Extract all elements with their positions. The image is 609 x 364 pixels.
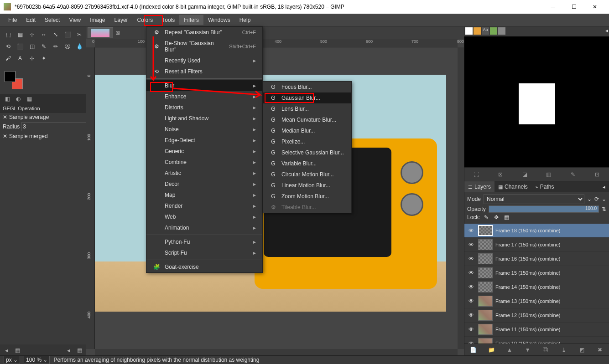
nav-action-2[interactable]: ⊠ bbox=[496, 170, 505, 179]
layer-row[interactable]: 👁Frame 17 (150ms) (combine) bbox=[464, 238, 609, 252]
visibility-icon[interactable]: 👁 bbox=[467, 298, 475, 304]
opt-icon-2[interactable]: ◐ bbox=[14, 95, 23, 103]
delete-layer-button[interactable]: ✖ bbox=[595, 345, 604, 354]
opacity-slider[interactable]: 100.0 bbox=[489, 205, 599, 213]
layer-row[interactable]: 👁Frame 12 (150ms) (combine) bbox=[464, 308, 609, 323]
mask-button[interactable]: ◩ bbox=[578, 345, 587, 354]
tool-star[interactable]: ✦ bbox=[38, 53, 49, 64]
close-button[interactable]: ✕ bbox=[584, 0, 605, 14]
swatch-green[interactable] bbox=[490, 27, 497, 35]
scrollbar-horizontal[interactable] bbox=[95, 349, 458, 355]
visibility-icon[interactable]: 👁 bbox=[467, 256, 475, 262]
menu-median-blur[interactable]: GMedian Blur... bbox=[263, 125, 351, 136]
menu-file[interactable]: File bbox=[4, 15, 21, 25]
menu-filters[interactable]: Filters bbox=[179, 15, 203, 25]
tool-move[interactable]: ↔ bbox=[38, 29, 49, 40]
menu-web[interactable]: Web▸ bbox=[146, 211, 262, 222]
menu-repeat[interactable]: ⚙Repeat "Gaussian Blur"Ctrl+F bbox=[146, 27, 262, 38]
menu-noise[interactable]: Noise▸ bbox=[146, 124, 262, 135]
close-x-icon[interactable]: ✕ bbox=[3, 114, 7, 120]
swatch-aa[interactable]: Aa bbox=[482, 27, 489, 35]
lower-layer-button[interactable]: ▼ bbox=[523, 345, 532, 354]
nav-preview-box[interactable] bbox=[474, 45, 600, 163]
scrollbar-vertical[interactable] bbox=[458, 47, 464, 349]
tool-rotate[interactable]: ⟲ bbox=[3, 41, 14, 52]
menu-render[interactable]: Render▸ bbox=[146, 200, 262, 211]
ruler-vertical[interactable]: 0100200300400 bbox=[86, 47, 95, 349]
layer-row[interactable]: 👁Frame 11 (150ms) (combine) bbox=[464, 323, 609, 337]
swatch-white[interactable] bbox=[465, 27, 473, 35]
color-swatch[interactable] bbox=[5, 71, 23, 89]
menu-reset[interactable]: ⟲Reset all Filters bbox=[146, 66, 262, 77]
lock-paint-icon[interactable]: ✎ bbox=[484, 214, 490, 220]
menu-light-shadow[interactable]: Light and Shadow▸ bbox=[146, 113, 262, 124]
menu-artistic[interactable]: Artistic▸ bbox=[146, 168, 262, 179]
menu-animation[interactable]: Animation▸ bbox=[146, 222, 262, 233]
switch-icon[interactable]: ⟳ bbox=[594, 196, 599, 202]
menu-goat[interactable]: 🧩Goat-exercise bbox=[146, 261, 262, 272]
menu-tools[interactable]: Tools bbox=[157, 15, 179, 25]
tab-close-icon[interactable]: ⊠ bbox=[114, 30, 121, 36]
tool-text[interactable]: A bbox=[15, 53, 26, 64]
opt-action-2[interactable]: ▦ bbox=[13, 346, 22, 354]
visibility-icon[interactable]: 👁 bbox=[467, 270, 475, 276]
menu-distorts[interactable]: Distorts▸ bbox=[146, 102, 262, 113]
tool-scissors[interactable]: ✂ bbox=[74, 29, 85, 40]
menu-python-fu[interactable]: Python-Fu▸ bbox=[146, 236, 262, 247]
nav-action-6[interactable]: ⊡ bbox=[593, 170, 602, 179]
menu-generic[interactable]: Generic▸ bbox=[146, 146, 262, 157]
tab-layers[interactable]: ☰ Layers bbox=[464, 181, 494, 192]
tool-crop[interactable]: ⬛ bbox=[62, 29, 73, 40]
duplicate-layer-button[interactable]: ⿻ bbox=[541, 345, 550, 354]
tab-channels[interactable]: ▦ Channels bbox=[494, 181, 531, 192]
menu-select[interactable]: Select bbox=[40, 15, 64, 25]
tool-brush[interactable]: 🖌 bbox=[3, 53, 14, 64]
menu-windows[interactable]: Windows bbox=[203, 15, 235, 25]
close-x-icon[interactable]: ✕ bbox=[3, 133, 7, 139]
swatch-grey[interactable] bbox=[498, 27, 505, 35]
layer-row[interactable]: 👁Frame 18 (150ms) (combine) bbox=[464, 224, 609, 238]
nav-action-1[interactable]: ⛶ bbox=[472, 170, 481, 179]
menu-edge-detect[interactable]: Edge-Detect▸ bbox=[146, 135, 262, 146]
tool-pencil[interactable]: ✎ bbox=[38, 41, 49, 52]
tool-scale[interactable]: ⤡ bbox=[50, 29, 61, 40]
layer-group-button[interactable]: 📁 bbox=[487, 345, 496, 354]
tool-gradient[interactable]: ◫ bbox=[26, 41, 37, 52]
layer-row[interactable]: 👁Frame 16 (150ms) (combine) bbox=[464, 252, 609, 266]
visibility-icon[interactable]: 👁 bbox=[467, 340, 475, 343]
dock-menu-icon[interactable]: ◂ bbox=[599, 181, 609, 192]
tool-text-a[interactable]: Ⓐ bbox=[62, 41, 73, 52]
tool-bucket[interactable]: ⬛ bbox=[15, 41, 26, 52]
menu-lens-blur[interactable]: GLens Blur... bbox=[263, 103, 351, 114]
swatch-orange[interactable] bbox=[474, 27, 481, 35]
opt-action-3[interactable]: ◂ bbox=[64, 346, 73, 354]
chevron-down-icon[interactable]: ⌄ bbox=[587, 196, 592, 202]
menu-decor[interactable]: Decor▸ bbox=[146, 179, 262, 190]
menu-help[interactable]: Help bbox=[235, 15, 255, 25]
menu-combine[interactable]: Combine▸ bbox=[146, 157, 262, 168]
layer-row[interactable]: 👁Frame 13 (150ms) (combine) bbox=[464, 294, 609, 308]
menu-map[interactable]: Map▸ bbox=[146, 190, 262, 200]
menu-reshow[interactable]: ⚙Re-Show "Gaussian Blur"Shift+Ctrl+F bbox=[146, 38, 262, 55]
tab-paths[interactable]: ⌁ Paths bbox=[531, 181, 558, 192]
visibility-icon[interactable]: 👁 bbox=[467, 227, 475, 234]
tool-free-select[interactable]: ⊹ bbox=[26, 29, 37, 40]
menu-enhance[interactable]: Enhance▸ bbox=[146, 91, 262, 102]
tool-rect-select[interactable]: ⬚ bbox=[3, 29, 14, 40]
menu-recent[interactable]: Recently Used▸ bbox=[146, 55, 262, 66]
layer-row[interactable]: 👁Frame 15 (150ms) (combine) bbox=[464, 266, 609, 280]
opt-action-1[interactable]: ◂ bbox=[2, 346, 11, 354]
tool-fuzzy-select[interactable]: ▦ bbox=[15, 29, 26, 40]
lock-alpha-icon[interactable]: ▦ bbox=[504, 214, 510, 220]
fg-color[interactable] bbox=[5, 71, 16, 82]
zoom-select[interactable]: 100 % ⌄ bbox=[24, 356, 50, 364]
mode-select[interactable]: Normal bbox=[484, 194, 584, 204]
minimize-button[interactable]: ─ bbox=[542, 0, 563, 14]
visibility-icon[interactable]: 👁 bbox=[467, 284, 475, 290]
merge-down-button[interactable]: ⤓ bbox=[559, 345, 568, 354]
menu-colors[interactable]: Colors bbox=[133, 15, 158, 25]
menu-linear-motion-blur[interactable]: GLinear Motion Blur... bbox=[263, 180, 351, 191]
new-layer-button[interactable]: 📄 bbox=[469, 345, 478, 354]
radius-input[interactable] bbox=[21, 122, 93, 131]
nav-action-4[interactable]: ▥ bbox=[544, 170, 553, 179]
